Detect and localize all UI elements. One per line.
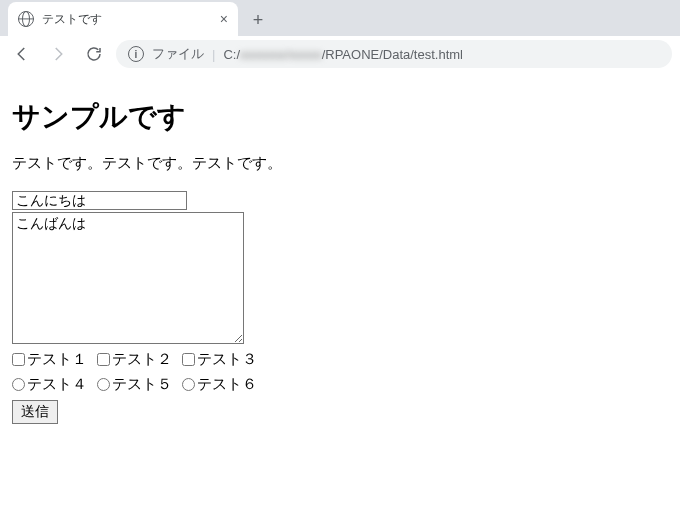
- text-input[interactable]: [12, 191, 187, 210]
- radio-label: テスト５: [112, 375, 172, 394]
- page-heading: サンプルです: [12, 98, 668, 136]
- page-content: サンプルです テストです。テストです。テストです。 テスト１ テスト２ テスト３…: [0, 72, 680, 436]
- checkbox-label: テスト２: [112, 350, 172, 369]
- radio-test6[interactable]: テスト６: [182, 375, 257, 394]
- reload-button[interactable]: [80, 40, 108, 68]
- arrow-right-icon: [49, 45, 67, 63]
- globe-icon: [18, 11, 34, 27]
- radio-test5[interactable]: テスト５: [97, 375, 172, 394]
- page-paragraph: テストです。テストです。テストです。: [12, 154, 668, 173]
- tab-bar: テストです × +: [0, 0, 680, 36]
- radio-input[interactable]: [97, 378, 110, 391]
- checkbox-input[interactable]: [182, 353, 195, 366]
- checkbox-test3[interactable]: テスト３: [182, 350, 257, 369]
- url-text: C:/xxxxxxx/xxxxx/RPAONE/Data/test.html: [223, 47, 463, 62]
- url-separator: |: [212, 47, 215, 62]
- url-scheme: ファイル: [152, 45, 204, 63]
- close-icon[interactable]: ×: [220, 11, 228, 27]
- textarea[interactable]: [12, 212, 244, 344]
- info-icon: i: [128, 46, 144, 62]
- checkbox-label: テスト１: [27, 350, 87, 369]
- checkbox-input[interactable]: [97, 353, 110, 366]
- radio-input[interactable]: [182, 378, 195, 391]
- tab-title: テストです: [42, 11, 212, 28]
- arrow-left-icon: [13, 45, 31, 63]
- checkbox-test1[interactable]: テスト１: [12, 350, 87, 369]
- submit-button[interactable]: 送信: [12, 400, 58, 424]
- checkbox-test2[interactable]: テスト２: [97, 350, 172, 369]
- browser-tab[interactable]: テストです ×: [8, 2, 238, 36]
- radio-label: テスト６: [197, 375, 257, 394]
- checkbox-row: テスト１ テスト２ テスト３: [12, 350, 668, 369]
- forward-button[interactable]: [44, 40, 72, 68]
- radio-row: テスト４ テスト５ テスト６: [12, 375, 668, 394]
- checkbox-input[interactable]: [12, 353, 25, 366]
- toolbar: i ファイル | C:/xxxxxxx/xxxxx/RPAONE/Data/te…: [0, 36, 680, 72]
- reload-icon: [85, 45, 103, 63]
- address-bar[interactable]: i ファイル | C:/xxxxxxx/xxxxx/RPAONE/Data/te…: [116, 40, 672, 68]
- radio-test4[interactable]: テスト４: [12, 375, 87, 394]
- radio-label: テスト４: [27, 375, 87, 394]
- checkbox-label: テスト３: [197, 350, 257, 369]
- radio-input[interactable]: [12, 378, 25, 391]
- browser-chrome: テストです × + i ファイル | C:/xxxxxxx/xxxxx/RPAO…: [0, 0, 680, 72]
- new-tab-button[interactable]: +: [244, 6, 272, 34]
- back-button[interactable]: [8, 40, 36, 68]
